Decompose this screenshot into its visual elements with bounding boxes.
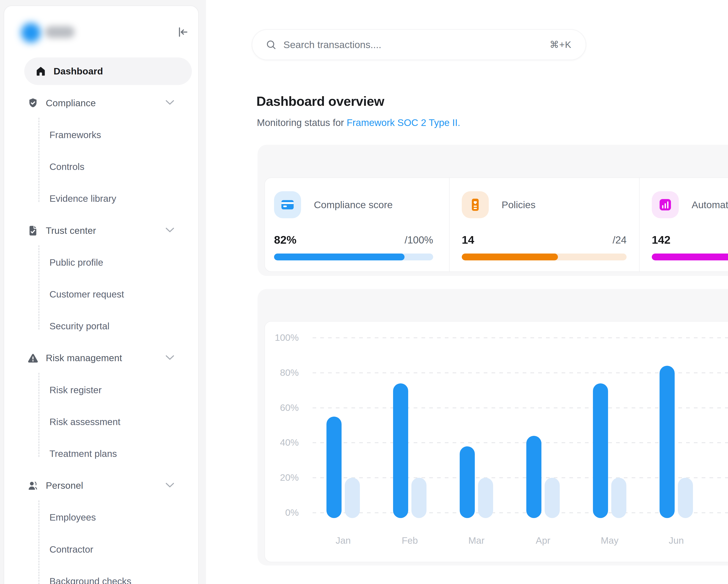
sidebar-subitem-treatment-plans[interactable]: Treatment plans	[17, 440, 186, 467]
chart-gridline	[312, 337, 728, 338]
sidebar-item-label: Risk management	[46, 353, 122, 363]
sidebar-subitem-customer-request[interactable]: Customer request	[17, 281, 186, 308]
stat-progress-track	[462, 254, 627, 260]
logo-avatar	[21, 23, 41, 43]
x-axis-label-mar: Mar	[451, 535, 501, 546]
sidebar-subitem-label: Customer request	[49, 289, 124, 300]
bar-may-main	[593, 383, 608, 518]
sidebar-item-trust-center[interactable]: Trust center	[17, 217, 186, 244]
x-axis-label-may: May	[584, 535, 635, 546]
search-bar[interactable]: ⌘+K	[252, 29, 586, 60]
sidebar-collapse-button[interactable]	[174, 24, 191, 41]
chevron-down-icon[interactable]	[165, 100, 175, 106]
sidebar-subitem-label: Evidence library	[49, 193, 116, 204]
x-axis-label-feb: Feb	[385, 535, 435, 546]
id-card-icon	[462, 191, 489, 218]
credit-card-icon	[274, 191, 301, 218]
sidebar-item-label: Compliance	[46, 98, 96, 108]
search-input[interactable]	[283, 39, 550, 50]
stat-card-header: Policies	[462, 191, 536, 218]
sidebar-subitem-employees[interactable]: Employees	[17, 504, 186, 531]
y-axis-tick-label: 100%	[269, 332, 299, 343]
app-root: DashboardComplianceFrameworksControlsEvi…	[0, 0, 728, 584]
sidebar-subitem-label: Background checks	[49, 576, 131, 584]
compliance-trends-card: Compliance trends 100%80%60%40%20%0%JanF…	[258, 289, 728, 565]
stat-card-header: Automations	[652, 191, 728, 218]
y-axis-tick-label: 60%	[269, 402, 299, 413]
stat-progress-track	[652, 254, 728, 260]
chevron-down-icon[interactable]	[165, 355, 175, 361]
sidebar-subitem-controls[interactable]: Controls	[17, 153, 186, 181]
sidebar-subitem-label: Frameworks	[49, 130, 101, 141]
page-title: Dashboard overview	[256, 94, 384, 109]
sidebar-subitem-label: Risk assessment	[49, 416, 121, 427]
sidebar-subitem-label: Security portal	[49, 321, 109, 332]
document-check-icon	[27, 225, 39, 236]
sidebar-item-personel[interactable]: Personel	[17, 472, 186, 500]
sidebar-item-label: Dashboard	[54, 66, 103, 77]
chevron-down-icon[interactable]	[165, 227, 175, 234]
bar-mar-main	[460, 446, 475, 518]
subnav-connector-line	[38, 501, 40, 584]
sidebar-subitem-public-profile[interactable]: Public profile	[17, 249, 186, 276]
sidebar-subitem-frameworks[interactable]: Frameworks	[17, 121, 186, 149]
bar-feb-main	[393, 383, 408, 518]
stat-value: 82%	[274, 233, 296, 246]
x-axis-label-jan: Jan	[318, 535, 368, 546]
compliance-trends-chart: 100%80%60%40%20%0%JanFebMarAprMayJun	[265, 322, 728, 562]
stat-label: Compliance score	[314, 199, 393, 210]
subnav-connector-line	[38, 118, 40, 202]
sidebar-subitem-label: Controls	[49, 161, 84, 172]
sidebar-item-label: Trust center	[46, 225, 96, 236]
stat-progress-track	[274, 254, 433, 260]
sidebar-item-risk-management[interactable]: Risk management	[17, 345, 186, 372]
shield-check-icon	[27, 97, 39, 109]
stat-value: 14	[462, 233, 474, 246]
bar-jun-main	[659, 366, 675, 518]
x-axis-label-jun: Jun	[651, 535, 701, 546]
sidebar-subitem-risk-register[interactable]: Risk register	[17, 376, 186, 404]
sidebar-subitem-security-portal[interactable]: Security portal	[17, 313, 186, 340]
search-icon	[265, 39, 277, 51]
warning-triangle-icon	[27, 352, 39, 364]
sidebar-subitem-contractor[interactable]: Contractor	[17, 536, 186, 563]
sidebar-subitem-label: Treatment plans	[49, 449, 117, 459]
x-axis-label-apr: Apr	[518, 535, 568, 546]
subnav-connector-line	[38, 373, 40, 457]
sidebar-item-dashboard[interactable]: Dashboard	[24, 57, 192, 85]
sidebar-item-compliance[interactable]: Compliance	[17, 89, 186, 117]
framework-link[interactable]: Framework SOC 2 Type II.	[346, 117, 460, 128]
stat-progress-fill	[462, 254, 558, 260]
stat-card-automations: Automations142	[652, 178, 728, 271]
bar-feb-secondary	[411, 478, 426, 518]
sidebar-subitem-risk-assessment[interactable]: Risk assessment	[17, 408, 186, 436]
trends-chart-panel: 100%80%60%40%20%0%JanFebMarAprMayJun	[264, 321, 728, 562]
page-subtitle: Monitoring status for Framework SOC 2 Ty…	[257, 117, 460, 128]
sidebar-subitem-label: Public profile	[49, 257, 103, 268]
stat-label: Policies	[501, 199, 536, 210]
bar-apr-secondary	[545, 478, 560, 518]
stat-card-header: Compliance score	[274, 191, 393, 218]
bar-jun-secondary	[678, 478, 693, 518]
stat-column-divider	[639, 178, 640, 271]
y-axis-tick-label: 40%	[269, 437, 299, 448]
sidebar-subitem-label: Contractor	[49, 544, 93, 555]
sidebar: DashboardComplianceFrameworksControlsEvi…	[4, 5, 199, 584]
sidebar-item-label: Personel	[46, 480, 83, 491]
sidebar-subitem-label: Risk register	[49, 385, 102, 396]
stat-card-policies: Policies14/24	[462, 178, 627, 271]
y-axis-tick-label: 20%	[269, 472, 299, 483]
y-axis-tick-label: 80%	[269, 367, 299, 378]
sidebar-subitem-evidence-library[interactable]: Evidence library	[17, 185, 186, 212]
stat-progress-fill	[274, 254, 405, 260]
overview-stats-panel: Compliance score82%/100%Policies14/24Aut…	[264, 177, 728, 272]
logo-text-blurred	[45, 26, 75, 38]
stat-column-divider	[449, 178, 450, 271]
subnav-connector-line	[38, 245, 40, 330]
stat-value: 142	[652, 233, 671, 246]
sidebar-subitem-background-checks[interactable]: Background checks	[17, 567, 186, 584]
chevron-down-icon[interactable]	[165, 483, 175, 489]
search-shortcut-hint: ⌘+K	[550, 39, 571, 50]
stat-denominator: /24	[613, 234, 627, 246]
overview-card: Overview Compliance score82%/100%Policie…	[258, 145, 728, 276]
